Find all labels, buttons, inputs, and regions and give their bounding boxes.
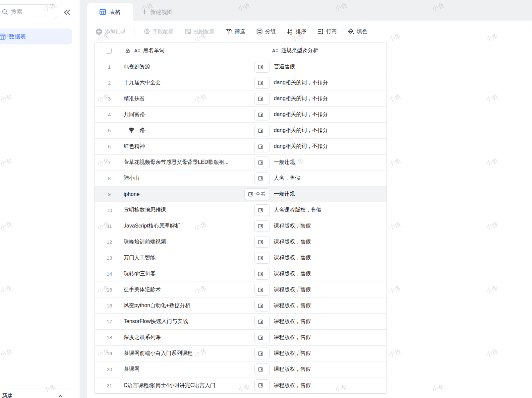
cell-violation-type[interactable]: 一般违规 [269, 186, 386, 202]
cell-blacklist-word[interactable]: 8 陆小山 [95, 170, 269, 186]
cell-blacklist-word[interactable]: 1 电视剧资源 [95, 59, 269, 75]
column-header-violation-type[interactable]: A 违规类型及分析 [269, 42, 386, 59]
cell-violation-type[interactable]: 课程版权，售假 [269, 362, 386, 377]
table-row[interactable]: 11 JavaScript核心原理解析 课程版权，售假 [95, 218, 386, 234]
view-record-button[interactable] [254, 300, 270, 311]
sort-button[interactable]: AZ 排序 [287, 28, 306, 35]
cell-violation-type[interactable]: 课程版权，售假 [269, 218, 386, 234]
table-row[interactable]: 17 TensorFlow快速入门与实战 课程版权，售假 [95, 314, 386, 330]
cell-blacklist-word[interactable]: 5 一带一路 [95, 123, 269, 138]
view-record-button[interactable] [254, 220, 270, 232]
view-record-button[interactable] [254, 364, 270, 375]
cell-violation-type[interactable]: 课程版权，售假 [269, 298, 386, 313]
cell-blacklist-word[interactable]: 9 iphone 查看 [95, 186, 269, 202]
collapse-sidebar-button[interactable] [63, 8, 71, 17]
table-row[interactable]: 5 一带一路 dang相关的词，不扣分 [95, 123, 386, 139]
cell-violation-type[interactable]: 课程版权，售假 [269, 314, 386, 329]
cell-blacklist-word[interactable]: 3 精准扶贫 [95, 91, 269, 106]
table-row[interactable]: 13 万门人工智能 课程版权，售假 [95, 250, 386, 266]
table-row[interactable]: 19 慕课网前端小白入门系列课程 课程版权，售假 [95, 346, 386, 362]
table-row[interactable]: 6 红色精神 dang相关的词，不扣分 [95, 139, 386, 155]
cell-violation-type[interactable]: 课程版权，售假 [269, 377, 386, 393]
group-button[interactable]: 分组 [256, 28, 276, 35]
cell-violation-type[interactable]: 人名，售假 [269, 170, 386, 186]
view-record-button[interactable] [254, 109, 270, 120]
view-record-button[interactable]: 查看 [244, 188, 270, 200]
cell-blacklist-word[interactable]: 10 宣明栋数据思维课 [95, 202, 269, 218]
column-header-blacklist-word[interactable]: A 黑名单词 [95, 42, 269, 59]
view-record-button[interactable] [254, 172, 270, 184]
cell-violation-type[interactable]: 人名课程版权，售假 [269, 202, 386, 218]
select-all-checkbox[interactable] [106, 48, 112, 54]
view-record-button[interactable] [254, 348, 270, 359]
view-config-button[interactable]: 视图配置 [185, 28, 215, 35]
cell-blacklist-word[interactable]: 17 TensorFlow快速入门与实战 [95, 314, 269, 329]
table-row[interactable]: 1 电视剧资源 普遍售假 [95, 59, 386, 75]
cell-violation-type[interactable]: 课程版权，售假 [269, 346, 386, 361]
view-record-button[interactable] [254, 268, 270, 280]
table-row[interactable]: 2 十九届六中全会 dang相关的词，不扣分 [95, 75, 386, 91]
view-record-button[interactable] [254, 379, 270, 391]
sidebar-new-button[interactable]: 新建 [2, 392, 13, 398]
table-row[interactable]: 15 徒手美体逆龄术 课程版权，售假 [95, 282, 386, 298]
cell-blacklist-word[interactable]: 2 十九届六中全会 [95, 75, 269, 91]
view-record-button[interactable] [254, 93, 270, 104]
view-record-button[interactable] [254, 236, 270, 248]
cell-blacklist-word[interactable]: 18 深度之眼系列课 [95, 330, 269, 345]
table-row[interactable]: 4 共同富裕 dang相关的词，不扣分 [95, 107, 386, 123]
table-row[interactable]: 8 陆小山 人名，售假 [95, 170, 386, 186]
table-row[interactable]: 7 萱草花视频母亲节感恩父母背景LED歌颂祖... 一般违规 [95, 155, 386, 170]
search-input[interactable]: 搜索 [0, 4, 57, 19]
sidebar-item-data-table[interactable]: 数据表 [0, 29, 72, 44]
row-height-button[interactable]: 行高 [317, 28, 337, 35]
view-record-button[interactable] [254, 157, 270, 168]
cell-blacklist-word[interactable]: 13 万门人工智能 [95, 250, 269, 266]
cell-blacklist-word[interactable]: 15 徒手美体逆龄术 [95, 282, 269, 298]
cell-violation-type[interactable]: dang相关的词，不扣分 [269, 123, 386, 138]
cell-blacklist-word[interactable]: 20 慕课网 [95, 362, 269, 377]
field-config-button[interactable]: 字段配置 [144, 28, 174, 35]
cell-blacklist-word[interactable]: 11 JavaScript核心原理解析 [95, 218, 269, 234]
view-record-button[interactable] [254, 316, 270, 327]
table-row[interactable]: 9 iphone 查看 一般违规 [95, 186, 386, 202]
cell-blacklist-word[interactable]: 21 C语言课程:猴博士4小时讲完C语言入门 [95, 377, 269, 393]
cell-blacklist-word[interactable]: 6 红色精神 [95, 139, 269, 154]
chevron-up-icon[interactable] [58, 394, 63, 398]
view-record-button[interactable] [254, 252, 270, 264]
table-row[interactable]: 16 风变python自动化+数据分析 课程版权，售假 [95, 298, 386, 314]
cell-blacklist-word[interactable]: 16 风变python自动化+数据分析 [95, 298, 269, 313]
filter-button[interactable]: 筛选 [226, 28, 245, 35]
cell-violation-type[interactable]: dang相关的词，不扣分 [269, 75, 386, 91]
table-row[interactable]: 18 深度之眼系列课 课程版权，售假 [95, 330, 386, 346]
cell-blacklist-word[interactable]: 7 萱草花视频母亲节感恩父母背景LED歌颂祖... [95, 155, 269, 170]
table-row[interactable]: 10 宣明栋数据思维课 人名课程版权，售假 [95, 202, 386, 218]
cell-violation-type[interactable]: dang相关的词，不扣分 [269, 107, 386, 122]
view-record-button[interactable] [254, 204, 270, 216]
cell-blacklist-word[interactable]: 4 共同富裕 [95, 107, 269, 122]
view-record-button[interactable] [254, 284, 270, 296]
new-view-button[interactable]: 新建视图 [142, 3, 173, 21]
cell-violation-type[interactable]: 课程版权，售假 [269, 234, 386, 250]
view-record-button[interactable] [254, 61, 270, 73]
add-record-button[interactable]: 添加记录 [95, 28, 126, 35]
table-row[interactable]: 14 玩转git三剑客 课程版权，售假 [95, 266, 386, 282]
cell-violation-type[interactable]: 普遍售假 [269, 59, 386, 75]
cell-violation-type[interactable]: 课程版权，售假 [269, 250, 386, 266]
table-row[interactable]: 21 C语言课程:猴博士4小时讲完C语言入门 课程版权，售假 [95, 377, 386, 393]
fill-color-button[interactable]: 填色 [348, 28, 367, 35]
cell-blacklist-word[interactable]: 14 玩转git三剑客 [95, 266, 269, 282]
table-row[interactable]: 20 慕课网 课程版权，售假 [95, 362, 386, 377]
table-row[interactable]: 3 精准扶贫 dang相关的词，不扣分 [95, 91, 386, 107]
view-record-button[interactable] [254, 332, 270, 343]
cell-violation-type[interactable]: 课程版权，售假 [269, 282, 386, 298]
cell-blacklist-word[interactable]: 19 慕课网前端小白入门系列课程 [95, 346, 269, 361]
cell-violation-type[interactable]: 课程版权，售假 [269, 330, 386, 345]
cell-violation-type[interactable]: dang相关的词，不扣分 [269, 91, 386, 106]
cell-violation-type[interactable]: dang相关的词，不扣分 [269, 139, 386, 154]
cell-violation-type[interactable]: 课程版权，售假 [269, 266, 386, 282]
cell-violation-type[interactable]: 一般违规 [269, 155, 386, 170]
view-record-button[interactable] [254, 77, 270, 89]
tab-grid-view[interactable]: 表格 [87, 3, 133, 21]
table-row[interactable]: 12 珠峰培训前端视频 课程版权，售假 [95, 234, 386, 250]
view-record-button[interactable] [254, 125, 270, 136]
